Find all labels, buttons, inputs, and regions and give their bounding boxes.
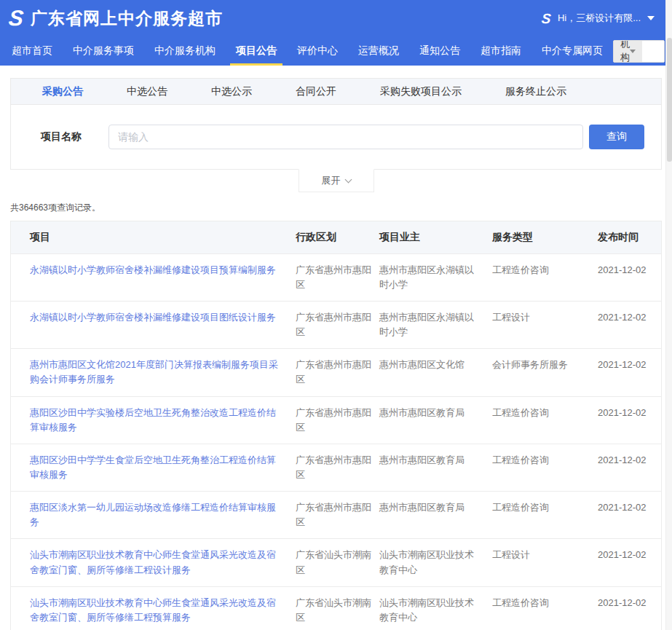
- region-cell: 广东省汕头市潮南区: [296, 587, 379, 630]
- table-row: 汕头市潮南区职业技术教育中心师生食堂通风采光改造及宿舍教室门窗、厕所等修缮工程设…: [11, 538, 661, 586]
- filter-card: 采购公告 中选公告 中选公示 合同公开 采购失败项目公示 服务终止公示 项目名称…: [10, 78, 662, 170]
- table-row: 汕头市潮南区职业技术教育中心师生食堂通风采光改造及宿舍教室门窗、厕所等修缮工程预…: [11, 586, 661, 630]
- top-header: S 广东省网上中介服务超市 S Hi，三桥设计有限...: [0, 0, 672, 36]
- announcement-tabs: 采购公告 中选公告 中选公示 合同公开 采购失败项目公示 服务终止公示: [11, 79, 661, 105]
- project-link[interactable]: 永湖镇以时小学教师宿舍楼补漏维修建设项目图纸设计服务: [30, 312, 276, 323]
- owner-cell: 惠州市惠阳区永湖镇以时小学: [379, 254, 492, 301]
- main-nav: 超市首页 中介服务事项 中介服务机构 项目公告 评价中心 运营概况 通知公告 超…: [0, 36, 672, 66]
- service-type-cell: 工程造价咨询: [492, 444, 598, 491]
- publish-date-cell: 2021-12-02: [598, 492, 660, 538]
- chevron-down-icon: [344, 176, 352, 183]
- filter-form: 项目名称 查询: [11, 105, 661, 169]
- nav-search-widget: 机构: [613, 40, 665, 63]
- nav-item-operation-overview[interactable]: 运营概况: [348, 36, 409, 66]
- table-row: 惠州市惠阳区文化馆2021年度部门决算报表编制服务项目采购会计师事务所服务 广东…: [11, 348, 661, 395]
- result-count: 共364663项查询记录。: [10, 202, 662, 214]
- col-publish-date: 发布时间: [598, 221, 660, 253]
- table-row: 惠阳区沙田中学实验楼后空地卫生死角整治改造工程造价结算审核服务 广东省惠州市惠阳…: [11, 396, 661, 444]
- project-link[interactable]: 惠阳区沙田中学学生食堂后空地卫生死角整治工程造价结算审核服务: [30, 454, 276, 480]
- user-greeting: Hi，三桥设计有限...: [558, 12, 641, 25]
- search-category-value: 机构: [620, 40, 630, 63]
- region-cell: 广东省惠州市惠阳区: [296, 397, 379, 444]
- nav-item-evaluation-center[interactable]: 评价中心: [287, 36, 348, 66]
- nav-item-service-matters[interactable]: 中介服务事项: [63, 36, 144, 66]
- publish-date-cell: 2021-12-02: [598, 397, 660, 444]
- publish-date-cell: 2021-12-02: [598, 349, 660, 395]
- project-link[interactable]: 惠州市惠阳区文化馆2021年度部门决算报表编制服务项目采购会计师事务所服务: [30, 359, 278, 385]
- service-type-cell: 工程设计: [492, 539, 598, 586]
- publish-date-cell: 2021-12-02: [598, 444, 660, 491]
- table-row: 惠阳区淡水第一幼儿园运动场改造修缮工程造价结算审核服务 广东省惠州市惠阳区 惠州…: [11, 491, 661, 538]
- service-type-cell: 工程造价咨询: [492, 492, 598, 538]
- tab-contract-disclosure[interactable]: 合同公开: [296, 85, 336, 98]
- nav-item-guide[interactable]: 超市指南: [470, 36, 531, 66]
- scrollbar-track[interactable]: [665, 0, 672, 630]
- publish-date-cell: 2021-12-02: [598, 587, 660, 630]
- region-cell: 广东省惠州市惠阳区: [296, 302, 379, 348]
- service-type-cell: 工程设计: [492, 302, 598, 348]
- owner-cell: 汕头市潮南区职业技术教育中心: [379, 539, 492, 586]
- owner-cell: 惠州市惠阳区教育局: [379, 397, 492, 444]
- owner-cell: 惠州市惠阳区教育局: [379, 492, 492, 538]
- site-title: 广东省网上中介服务超市: [31, 7, 223, 30]
- user-logo-icon: S: [541, 12, 552, 25]
- project-link[interactable]: 惠阳区沙田中学实验楼后空地卫生死角整治改造工程造价结算审核服务: [30, 407, 276, 433]
- service-type-cell: 工程造价咨询: [492, 587, 598, 630]
- owner-cell: 惠州市惠阳区永湖镇以时小学: [379, 302, 492, 348]
- tab-selected-announcement[interactable]: 中选公告: [127, 85, 167, 98]
- table-row: 永湖镇以时小学教师宿舍楼补漏维修建设项目图纸设计服务 广东省惠州市惠阳区 惠州市…: [11, 301, 661, 348]
- user-caret-down-icon: [647, 16, 655, 20]
- select-caret-down-icon: [630, 50, 636, 53]
- results-table: 项目 行政区划 项目业主 服务类型 发布时间 永湖镇以时小学教师宿舍楼补漏维修建…: [10, 221, 662, 630]
- project-link[interactable]: 汕头市潮南区职业技术教育中心师生食堂通风采光改造及宿舍教室门窗、厕所等修缮工程预…: [30, 597, 276, 623]
- owner-cell: 惠州市惠阳区文化馆: [379, 349, 492, 395]
- col-owner: 项目业主: [379, 221, 492, 253]
- region-cell: 广东省惠州市惠阳区: [296, 492, 379, 538]
- tab-selected-publicity[interactable]: 中选公示: [211, 85, 252, 98]
- project-name-label: 项目名称: [11, 130, 108, 143]
- col-service-type: 服务类型: [492, 221, 598, 253]
- publish-date-cell: 2021-12-02: [598, 254, 660, 301]
- project-link[interactable]: 汕头市潮南区职业技术教育中心师生食堂通风采光改造及宿舍教室门窗、厕所等修缮工程设…: [30, 549, 276, 575]
- table-row: 惠阳区沙田中学学生食堂后空地卫生死角整治工程造价结算审核服务 广东省惠州市惠阳区…: [11, 444, 661, 491]
- table-header-row: 项目 行政区划 项目业主 服务类型 发布时间: [11, 221, 661, 253]
- publish-date-cell: 2021-12-02: [598, 539, 660, 586]
- project-link[interactable]: 永湖镇以时小学教师宿舍楼补漏维修建设项目预算编制服务: [30, 264, 276, 275]
- tab-purchase-announcement[interactable]: 采购公告: [42, 85, 83, 98]
- region-cell: 广东省汕头市潮南区: [296, 539, 379, 586]
- owner-cell: 惠州市惠阳区教育局: [379, 444, 492, 491]
- table-row: 永湖镇以时小学教师宿舍楼补漏维修建设项目预算编制服务 广东省惠州市惠阳区 惠州市…: [11, 253, 661, 301]
- page-root: S 广东省网上中介服务超市 S Hi，三桥设计有限... 超市首页 中介服务事项…: [0, 0, 672, 630]
- tab-service-termination[interactable]: 服务终止公示: [505, 85, 566, 98]
- service-type-cell: 工程造价咨询: [492, 254, 598, 301]
- region-cell: 广东省惠州市惠阳区: [296, 349, 379, 395]
- col-project: 项目: [11, 221, 296, 253]
- col-region: 行政区划: [296, 221, 379, 253]
- expand-label: 展开: [322, 174, 341, 187]
- region-cell: 广东省惠州市惠阳区: [296, 444, 379, 491]
- site-logo-icon: S: [7, 7, 24, 29]
- scrollbar-thumb[interactable]: [667, 38, 672, 162]
- service-type-cell: 会计师事务所服务: [492, 349, 598, 395]
- expand-toggle[interactable]: 展开: [299, 169, 374, 192]
- region-cell: 广东省惠州市惠阳区: [296, 254, 379, 301]
- query-button[interactable]: 查询: [589, 125, 644, 149]
- org-search-input[interactable]: [642, 41, 665, 62]
- owner-cell: 汕头市潮南区职业技术教育中心: [379, 587, 492, 630]
- nav-item-home[interactable]: 超市首页: [1, 36, 63, 66]
- publish-date-cell: 2021-12-02: [598, 302, 660, 348]
- nav-item-service-orgs[interactable]: 中介服务机构: [144, 36, 226, 66]
- project-name-input[interactable]: [108, 125, 583, 149]
- service-type-cell: 工程造价咨询: [492, 397, 598, 444]
- nav-item-exclusive-page[interactable]: 中介专属网页: [531, 36, 613, 66]
- nav-item-project-announcements[interactable]: 项目公告: [226, 36, 287, 66]
- user-menu[interactable]: S Hi，三桥设计有限...: [542, 12, 655, 25]
- search-category-select[interactable]: 机构: [614, 41, 642, 62]
- project-link[interactable]: 惠阳区淡水第一幼儿园运动场改造修缮工程造价结算审核服务: [30, 502, 276, 527]
- nav-item-notices[interactable]: 通知公告: [409, 36, 470, 66]
- tab-failed-projects[interactable]: 采购失败项目公示: [380, 85, 462, 98]
